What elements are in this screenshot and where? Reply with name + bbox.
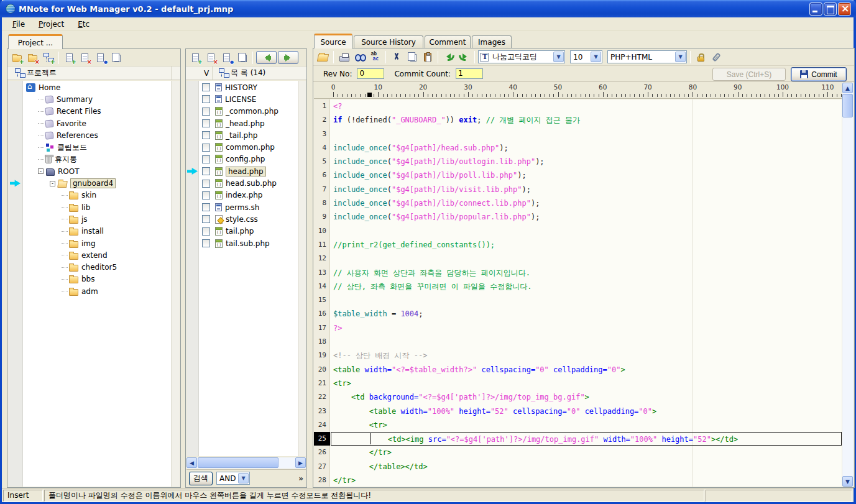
code-line-17[interactable]: 17?> bbox=[314, 321, 842, 335]
font-combo[interactable]: 나눔고딕코딩▼ bbox=[478, 50, 565, 63]
lock-icon[interactable] bbox=[694, 50, 708, 64]
font-size-combo[interactable]: 10▼ bbox=[570, 50, 602, 63]
scroll-left-button[interactable]: ◀ bbox=[186, 457, 197, 468]
menu-file[interactable]: File bbox=[7, 19, 30, 30]
tree-item-root[interactable]: -ROOT bbox=[24, 165, 170, 177]
redo-icon[interactable] bbox=[457, 50, 471, 64]
commit-button[interactable]: Commit bbox=[791, 67, 847, 81]
language-combo[interactable]: PHP+HTML▼ bbox=[607, 50, 687, 63]
code-line-8[interactable]: 8include_once("$g4[path]/lib/connect.lib… bbox=[314, 196, 842, 210]
file-checkbox[interactable] bbox=[202, 203, 210, 211]
commit-count-field[interactable]: 1 bbox=[456, 68, 483, 79]
search-more-button[interactable]: » bbox=[298, 474, 303, 483]
rev-no-field[interactable]: 0 bbox=[357, 68, 384, 79]
replace-icon[interactable] bbox=[368, 50, 382, 64]
tree-item-extend[interactable]: extend bbox=[24, 249, 170, 261]
search-operator-combo[interactable]: AND ▼ bbox=[216, 472, 250, 485]
open-folder-icon[interactable] bbox=[316, 50, 330, 64]
undo-icon[interactable] bbox=[441, 50, 456, 64]
code-line-3[interactable]: 3 bbox=[314, 127, 842, 141]
tab-project[interactable]: Project ... bbox=[8, 34, 63, 49]
copy-file-icon[interactable] bbox=[405, 50, 419, 64]
code-line-15[interactable]: 15 bbox=[314, 293, 842, 307]
vscroll-thumb[interactable] bbox=[842, 94, 853, 117]
maximize-button[interactable] bbox=[824, 2, 837, 16]
code-line-6[interactable]: 6include_once("$g4[path]/lib/poll.lib.ph… bbox=[314, 168, 842, 182]
scroll-down-button[interactable]: ▼ bbox=[842, 476, 853, 487]
menu-project[interactable]: Project bbox=[33, 19, 70, 30]
file-item-config-php[interactable]: config.php bbox=[200, 153, 298, 165]
code-line-14[interactable]: 14// 상단, 좌측 화면을 꾸미려면 이 파일을 수정합니다. bbox=[314, 280, 842, 293]
titlebar[interactable]: MNote for Web Manager v0.2 - default_prj… bbox=[0, 0, 856, 17]
code-line-24[interactable]: 24 <tr> bbox=[314, 418, 842, 432]
tree-item-img[interactable]: img bbox=[24, 237, 170, 249]
file-checkbox[interactable] bbox=[202, 155, 210, 163]
code-line-2[interactable]: 2if (!defined("_GNUBOARD_")) exit; // 개별… bbox=[314, 113, 842, 127]
tree-item-home[interactable]: Home bbox=[24, 81, 170, 93]
file-checkbox[interactable] bbox=[202, 215, 210, 223]
code-line-11[interactable]: 11//print_r2(get_defined_constants()); bbox=[314, 238, 842, 252]
tree-item-recent-files[interactable]: Recent Files bbox=[24, 106, 170, 117]
tree-item-클립보드[interactable]: 클립보드 bbox=[24, 141, 170, 153]
tree-item-gnuboard4[interactable]: -gnuboard4 bbox=[24, 177, 170, 189]
tree-item-lib[interactable]: lib bbox=[24, 201, 170, 213]
file-item-common-php[interactable]: common.php bbox=[200, 141, 298, 153]
file-checkbox[interactable] bbox=[202, 131, 210, 139]
tree-item-js[interactable]: js bbox=[24, 213, 170, 225]
file-item-LICENSE[interactable]: LICENSE bbox=[200, 93, 298, 105]
file-checkbox[interactable] bbox=[202, 180, 210, 188]
tree-item-install[interactable]: install bbox=[24, 226, 170, 237]
code-line-4[interactable]: 4include_once("$g4[path]/head.sub.php"); bbox=[314, 141, 842, 155]
file-item-head-sub-php[interactable]: head.sub.php bbox=[200, 177, 298, 189]
close-button[interactable] bbox=[838, 2, 851, 16]
file-checkbox[interactable] bbox=[202, 119, 210, 127]
collapse-toggle[interactable]: - bbox=[50, 181, 55, 186]
file-item-index-php[interactable]: index.php bbox=[200, 190, 298, 201]
file-checkbox[interactable] bbox=[202, 108, 210, 116]
code-line-5[interactable]: 5include_once("$g4[path]/lib/outlogin.li… bbox=[314, 155, 842, 168]
tree-item-summary[interactable]: Summary bbox=[24, 93, 170, 105]
cut-icon[interactable] bbox=[389, 50, 403, 64]
code-line-13[interactable]: 13// 사용자 화면 상단과 좌측을 담당하는 페이지입니다. bbox=[314, 266, 842, 280]
code-line-26[interactable]: 26 </tr> bbox=[314, 446, 842, 459]
forward-button[interactable] bbox=[278, 51, 298, 64]
search-button[interactable]: 검색 bbox=[189, 472, 213, 485]
file-checkbox[interactable] bbox=[202, 239, 210, 247]
code-line-23[interactable]: 23 <table width="100%" height="52" cells… bbox=[314, 405, 842, 418]
tree-item-휴지통[interactable]: 휴지통 bbox=[24, 153, 170, 165]
editor-vscrollbar[interactable]: ▲ ▼ bbox=[842, 83, 854, 487]
find-icon[interactable] bbox=[352, 50, 367, 64]
file-properties-icon[interactable]: ● bbox=[93, 50, 108, 65]
code-line-27[interactable]: 27 </table></td> bbox=[314, 460, 842, 474]
file-item-head-php[interactable]: head.php bbox=[200, 165, 298, 177]
file-list-hscrollbar[interactable]: ◀ ▶ bbox=[186, 457, 306, 469]
tree-item-references[interactable]: References bbox=[24, 129, 170, 141]
add-file-icon[interactable]: + bbox=[188, 50, 203, 65]
hscroll-thumb[interactable] bbox=[198, 457, 278, 468]
delete-folder-icon[interactable]: × bbox=[25, 50, 40, 65]
file-checkbox[interactable] bbox=[202, 191, 210, 199]
file-checkbox[interactable] bbox=[202, 167, 210, 175]
code-line-25[interactable]: 25 <td><img src="<?=$g4['path']?>/img/to… bbox=[314, 432, 842, 446]
chevron-down-icon[interactable]: ▼ bbox=[591, 52, 601, 62]
delete-file-icon[interactable]: × bbox=[78, 50, 92, 65]
add-folder-icon[interactable]: + bbox=[10, 50, 24, 65]
file-checkbox[interactable] bbox=[202, 95, 210, 103]
add-file-icon[interactable]: + bbox=[62, 50, 76, 65]
delete-file-icon[interactable]: × bbox=[204, 50, 218, 65]
code-line-10[interactable]: 10 bbox=[314, 224, 842, 238]
file-checkbox[interactable] bbox=[202, 144, 210, 152]
chevron-down-icon[interactable]: ▼ bbox=[675, 52, 686, 62]
scroll-right-button[interactable]: ▶ bbox=[295, 457, 306, 468]
tab-source[interactable]: Source bbox=[314, 34, 352, 48]
code-line-9[interactable]: 9include_once("$g4[path]/lib/popular.lib… bbox=[314, 210, 842, 224]
file-item-style-css[interactable]: style.css bbox=[200, 213, 298, 225]
code-line-28[interactable]: 28</tr> bbox=[314, 474, 842, 487]
save-button[interactable]: Save (Ctrl+S) bbox=[712, 68, 786, 81]
file-list-header[interactable]: V 목 록 (14) bbox=[186, 66, 306, 80]
tree-item-bbs[interactable]: bbs bbox=[24, 273, 170, 285]
file-item-HISTORY[interactable]: HISTORY bbox=[200, 81, 298, 93]
back-button[interactable] bbox=[256, 51, 277, 64]
tree-item-skin[interactable]: skin bbox=[24, 190, 170, 201]
tab-comment[interactable]: Comment bbox=[425, 35, 471, 48]
